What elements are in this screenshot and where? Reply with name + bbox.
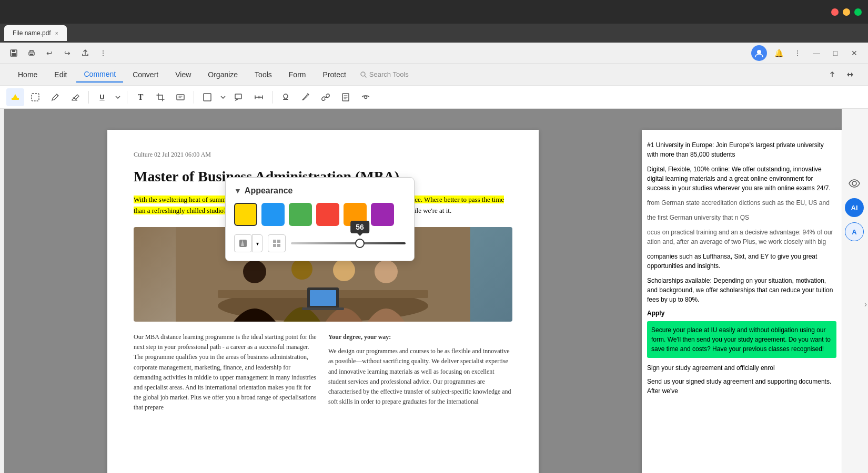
fill-dropdown-btn[interactable]: ▾ [252, 234, 263, 252]
menu-organize[interactable]: Organize [200, 67, 245, 82]
svg-point-20 [333, 259, 355, 281]
top-bar-left: ↩ ↪ ⋮ [6, 46, 110, 60]
draw-tool-btn[interactable] [297, 88, 315, 106]
svg-point-21 [375, 260, 398, 283]
opacity-slider-container: 56 [291, 242, 406, 244]
pattern-btn[interactable] [268, 234, 286, 252]
toolbar-sep-1 [88, 91, 89, 104]
pdf-tab[interactable]: File name.pdf × [4, 25, 67, 41]
eye-tool-btn[interactable] [357, 88, 375, 106]
underline-tool-btn[interactable]: U [93, 88, 111, 106]
shape-tool-btn[interactable] [198, 88, 216, 106]
svg-rect-9 [177, 95, 184, 100]
body-text-3: We design our programmes and courses to … [328, 346, 512, 407]
svg-rect-7 [12, 98, 19, 100]
more-btn[interactable]: ⋮ [96, 46, 110, 60]
minimize-window-btn[interactable] [843, 8, 850, 16]
close-window-btn[interactable] [831, 8, 839, 16]
maximize-window-btn[interactable] [854, 8, 862, 16]
popup-chevron[interactable]: ▼ [234, 187, 241, 195]
ai-panel-btn[interactable]: AI [845, 198, 864, 217]
menu-bar: Home Edit Comment Convert View Organize … [0, 64, 868, 86]
menu-convert[interactable]: Convert [125, 67, 166, 82]
right-bullet-5: ocus on practical training and an a deci… [647, 228, 836, 246]
right-bullet-1: #1 University in Europe: Join Europe's l… [647, 140, 836, 159]
menu-protect[interactable]: Protect [315, 67, 353, 82]
fill-btn-group: ▾ [234, 234, 263, 252]
opacity-slider[interactable]: 56 [291, 242, 406, 244]
svg-rect-8 [32, 94, 39, 101]
link-tool-btn[interactable] [317, 88, 335, 106]
menu-edit[interactable]: Edit [47, 67, 74, 82]
color-red-swatch[interactable] [316, 203, 339, 226]
svg-rect-24 [302, 307, 344, 310]
menu-home[interactable]: Home [11, 67, 45, 82]
tab-close-btn[interactable]: × [55, 30, 58, 36]
svg-rect-11 [235, 94, 241, 99]
area-select-tool-btn[interactable] [26, 88, 44, 106]
stamp-tool-btn[interactable] [277, 88, 295, 106]
your-degree-heading: Your degree, your way: [328, 332, 512, 342]
right-bullet-3: from German state accreditation dictions… [647, 198, 836, 208]
svg-point-12 [284, 94, 288, 98]
expand-panel-btn[interactable]: › [864, 300, 867, 309]
menu-tools[interactable]: Tools [247, 67, 279, 82]
print-btn[interactable] [24, 46, 39, 60]
settings-icon[interactable] [848, 177, 861, 190]
browser-chrome [0, 0, 868, 24]
window-controls [831, 8, 862, 16]
text-tool-btn[interactable]: T [132, 88, 149, 106]
save-btn[interactable] [6, 46, 21, 60]
expand-btn[interactable] [843, 67, 857, 82]
menu-comment[interactable]: Comment [76, 67, 123, 83]
notifications-btn[interactable]: 🔔 [771, 46, 786, 60]
measure-tool-btn[interactable] [250, 88, 268, 106]
menu-form[interactable]: Form [281, 67, 314, 82]
close-btn[interactable]: ✕ [847, 46, 862, 60]
menu-more-btn[interactable]: ⋮ [790, 46, 805, 60]
right-bullet-4: the first German university that n QS [647, 213, 836, 222]
svg-rect-23 [310, 290, 336, 306]
menu-search-area[interactable]: Search Tools [360, 70, 409, 78]
doc-date: Culture 02 Jul 2021 06:00 AM [134, 151, 512, 159]
pencil-tool-btn[interactable] [46, 88, 64, 106]
svg-rect-10 [204, 94, 211, 101]
callout-tool-btn[interactable] [230, 88, 248, 106]
svg-rect-1 [12, 50, 15, 52]
highlight-tool-btn[interactable] [6, 88, 24, 106]
eraser-tool-btn[interactable] [66, 88, 84, 106]
appearance-popup: ▼ Appearance ▾ [225, 177, 415, 261]
content-area: Culture 02 Jul 2021 06:00 AM Master of B… [4, 109, 868, 473]
apply-label: Apply [647, 310, 836, 317]
upload-btn[interactable] [825, 67, 840, 82]
shape-dropdown-btn[interactable] [218, 88, 228, 106]
top-bar: ↩ ↪ ⋮ 🔔 ⋮ — □ ✕ [0, 43, 868, 64]
note-tool-btn[interactable] [337, 88, 355, 106]
sign-text: Sign your study agreement and officially… [647, 363, 836, 373]
minimize-btn[interactable]: — [809, 46, 824, 60]
toolbar: U T [0, 86, 868, 109]
crop-tool-btn[interactable] [152, 88, 169, 106]
share-btn[interactable] [78, 46, 93, 60]
undo-btn[interactable]: ↩ [42, 46, 57, 60]
maximize-btn[interactable]: □ [828, 46, 843, 60]
doc-panel-btn[interactable]: A [845, 222, 864, 241]
redo-btn[interactable]: ↪ [60, 46, 75, 60]
textbox-tool-btn[interactable] [171, 88, 189, 106]
svg-point-19 [291, 259, 312, 280]
svg-point-18 [243, 260, 266, 283]
body-text-1: Our MBA distance learning programme is t… [134, 332, 318, 413]
svg-point-14 [365, 96, 367, 98]
menu-view[interactable]: View [168, 67, 198, 82]
color-purple-swatch[interactable] [371, 203, 394, 226]
color-green-swatch[interactable] [289, 203, 312, 226]
slider-thumb[interactable]: 56 [355, 239, 365, 248]
svg-rect-4 [30, 54, 33, 55]
color-blue-swatch[interactable] [261, 203, 285, 226]
color-yellow-swatch[interactable] [234, 203, 257, 226]
tab-title: File name.pdf [13, 29, 51, 37]
user-avatar[interactable] [751, 45, 767, 61]
fill-color-btn[interactable] [234, 234, 252, 252]
underline-dropdown-btn[interactable] [113, 88, 123, 106]
svg-rect-2 [12, 53, 16, 56]
